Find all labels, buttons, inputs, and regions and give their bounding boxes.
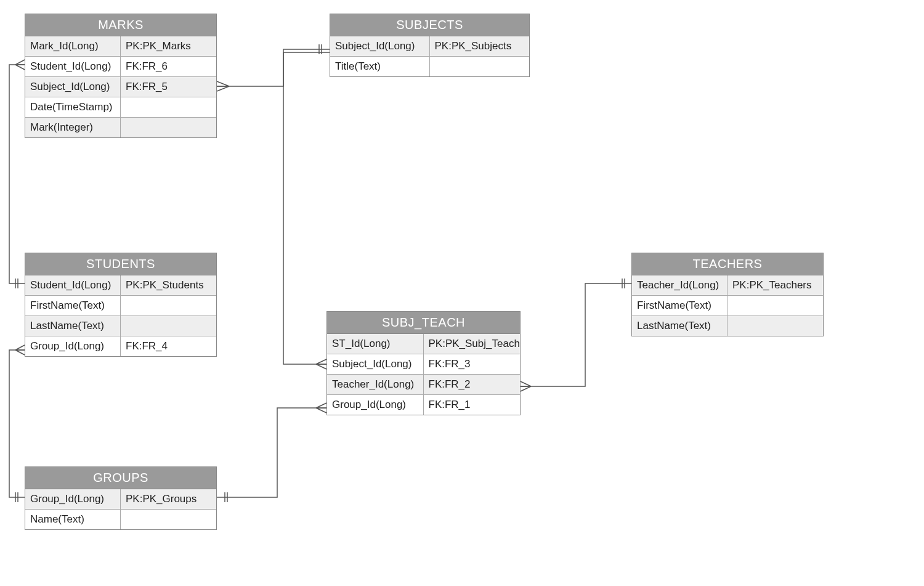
field-key: FK:FR_3 [424,354,521,374]
table-row: FirstName(Text) [25,296,216,316]
entity-groups: GROUPS Group_Id(Long) PK:PK_Groups Name(… [25,466,217,530]
table-row: Date(TimeStamp) [25,97,216,118]
field-key [430,57,530,76]
field-key [121,510,216,529]
field-name: Group_Id(Long) [327,395,424,415]
table-row: Group_Id(Long) PK:PK_Groups [25,489,216,510]
table-row: Group_Id(Long) FK:FR_1 [327,395,520,415]
table-row: Mark_Id(Long) PK:PK_Marks [25,36,216,57]
table-row: Title(Text) [330,57,529,76]
table-row: Teacher_Id(Long) PK:PK_Teachers [632,275,823,296]
field-key: PK:PK_Students [121,275,216,295]
field-name: ST_Id(Long) [327,334,424,354]
field-name: Student_Id(Long) [25,275,121,295]
field-name: Teacher_Id(Long) [327,375,424,394]
field-name: Teacher_Id(Long) [632,275,727,295]
table-row: LastName(Text) [632,316,823,336]
table-row: Student_Id(Long) FK:FR_6 [25,57,216,77]
field-name: Date(TimeStamp) [25,97,121,117]
field-name: Title(Text) [330,57,430,76]
field-key: FK:FR_4 [121,336,216,356]
field-name: Subject_Id(Long) [327,354,424,374]
table-row: Group_Id(Long) FK:FR_4 [25,336,216,356]
field-key: PK:PK_Groups [121,489,216,509]
entity-subjects: SUBJECTS Subject_Id(Long) PK:PK_Subjects… [330,14,530,77]
field-name: Student_Id(Long) [25,57,121,76]
table-row: Subject_Id(Long) FK:FR_5 [25,77,216,97]
field-name: Subject_Id(Long) [25,77,121,97]
field-key [121,296,216,315]
entity-students: STUDENTS Student_Id(Long) PK:PK_Students… [25,253,217,357]
field-key [121,97,216,117]
table-row: Name(Text) [25,510,216,529]
entity-marks: MARKS Mark_Id(Long) PK:PK_Marks Student_… [25,14,217,138]
field-name: Group_Id(Long) [25,489,121,509]
field-name: LastName(Text) [25,316,121,336]
entity-title: SUBJECTS [330,14,529,36]
field-name: Mark_Id(Long) [25,36,121,56]
field-key: PK:PK_Marks [121,36,216,56]
field-key [121,316,216,336]
field-key: FK:FR_6 [121,57,216,76]
field-name: Group_Id(Long) [25,336,121,356]
table-row: FirstName(Text) [632,296,823,316]
table-row: Teacher_Id(Long) FK:FR_2 [327,375,520,395]
entity-teachers: TEACHERS Teacher_Id(Long) PK:PK_Teachers… [631,253,824,336]
entity-title: STUDENTS [25,253,216,275]
field-key: FK:FR_2 [424,375,521,394]
entity-title: TEACHERS [632,253,823,275]
field-key [121,118,216,137]
entity-title: GROUPS [25,467,216,489]
entity-subj-teach: SUBJ_TEACH ST_Id(Long) PK:PK_Subj_Teach … [326,311,521,415]
field-key: PK:PK_Teachers [727,275,823,295]
field-key [727,296,823,315]
field-name: Name(Text) [25,510,121,529]
table-row: Subject_Id(Long) FK:FR_3 [327,354,520,375]
field-key: PK:PK_Subjects [430,36,530,56]
field-key: PK:PK_Subj_Teach [424,334,525,354]
table-row: ST_Id(Long) PK:PK_Subj_Teach [327,334,520,354]
table-row: Student_Id(Long) PK:PK_Students [25,275,216,296]
entity-title: SUBJ_TEACH [327,312,520,334]
field-name: FirstName(Text) [632,296,727,315]
table-row: LastName(Text) [25,316,216,336]
field-name: Subject_Id(Long) [330,36,430,56]
field-name: FirstName(Text) [25,296,121,315]
field-key [727,316,823,336]
field-key: FK:FR_5 [121,77,216,97]
field-name: Mark(Integer) [25,118,121,137]
field-name: LastName(Text) [632,316,727,336]
table-row: Mark(Integer) [25,118,216,137]
field-key: FK:FR_1 [424,395,521,415]
entity-title: MARKS [25,14,216,36]
table-row: Subject_Id(Long) PK:PK_Subjects [330,36,529,57]
